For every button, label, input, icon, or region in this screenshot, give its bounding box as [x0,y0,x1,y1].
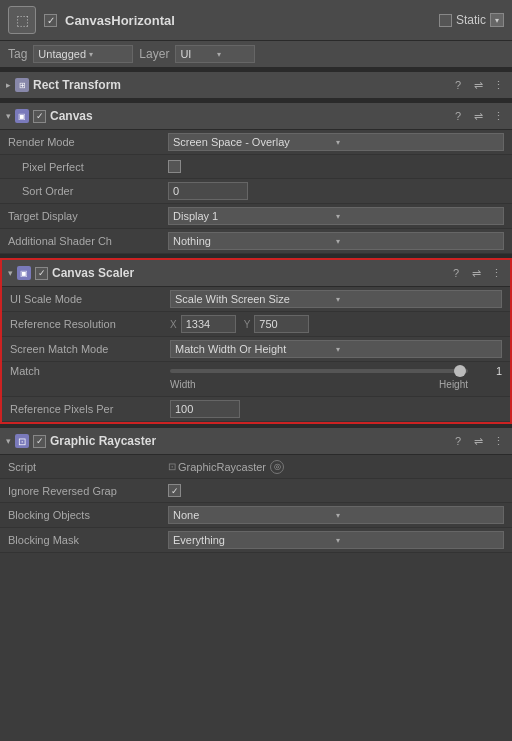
additional-shader-arrow: ▾ [336,237,499,246]
slider-thumb[interactable] [454,365,466,377]
tag-value: Untagged [38,48,86,60]
rect-transform-header: ▸ ⊞ Rect Transform ? ⇌ ⋮ [0,72,512,99]
render-mode-arrow: ▾ [336,138,499,147]
sort-order-label: Sort Order [8,185,168,197]
ref-pixels-row: Reference Pixels Per 100 [2,397,510,422]
ref-x-input[interactable]: 1334 [181,315,236,333]
reference-resolution-row: Reference Resolution X 1334 Y 750 [2,312,510,337]
graphic-raycaster-header: ▾ ⊡ ✓ Graphic Raycaster ? ⇌ ⋮ [0,428,512,455]
ref-pixels-input[interactable]: 100 [170,400,240,418]
ui-scale-mode-dropdown[interactable]: Scale With Screen Size ▾ [170,290,502,308]
rect-transform-title: Rect Transform [33,78,446,92]
ref-y-input[interactable]: 750 [254,315,309,333]
canvas-menu[interactable]: ⋮ [490,108,506,124]
tag-label: Tag [8,47,27,61]
tag-arrow: ▾ [89,50,128,59]
ignore-reversed-checkbox[interactable]: ✓ [168,484,181,497]
graphic-raycaster-toggle[interactable]: ▾ [6,436,11,446]
blocking-objects-text: None [173,509,336,521]
rect-transform-settings[interactable]: ⇌ [470,77,486,93]
ref-pixels-text: 100 [175,403,193,415]
reference-resolution-value: X 1334 Y 750 [170,315,502,333]
graphic-raycaster-enabled[interactable]: ✓ [33,435,46,448]
ignore-reversed-row: Ignore Reversed Grap ✓ [0,479,512,503]
graphic-raycaster-settings[interactable]: ⇌ [470,433,486,449]
ui-scale-mode-row: UI Scale Mode Scale With Screen Size ▾ [2,287,510,312]
canvas-scaler-title: Canvas Scaler [52,266,444,280]
rect-transform-menu[interactable]: ⋮ [490,77,506,93]
slider-track [170,369,468,373]
script-icon: ⊡ [168,461,176,472]
static-toggle[interactable]: Static ▾ [439,13,504,27]
pixel-perfect-value [168,160,504,173]
canvas-toggle[interactable]: ▾ [6,111,11,121]
pixel-perfect-row: Pixel Perfect [0,155,512,179]
graphic-raycaster-menu[interactable]: ⋮ [490,433,506,449]
render-mode-dropdown[interactable]: Screen Space - Overlay ▾ [168,133,504,151]
ui-scale-mode-label: UI Scale Mode [10,293,170,305]
blocking-mask-text: Everything [173,534,336,546]
additional-shader-label: Additional Shader Ch [8,235,168,247]
additional-shader-row: Additional Shader Ch Nothing ▾ [0,229,512,254]
blocking-objects-dropdown[interactable]: None ▾ [168,506,504,524]
object-name: CanvasHorizontal [65,13,431,28]
canvas-scaler-help[interactable]: ? [448,265,464,281]
canvas-help[interactable]: ? [450,108,466,124]
target-display-text: Display 1 [173,210,336,222]
script-row: Script ⊡ GraphicRaycaster ◎ [0,455,512,479]
pixel-perfect-checkbox[interactable] [168,160,181,173]
layer-label: Layer [139,47,169,61]
canvas-enabled[interactable]: ✓ [33,110,46,123]
screen-match-mode-arrow: ▾ [336,345,497,354]
rect-transform-toggle[interactable]: ▸ [6,80,11,90]
additional-shader-text: Nothing [173,235,336,247]
screen-match-mode-row: Screen Match Mode Match Width Or Height … [2,337,510,362]
reference-resolution-label: Reference Resolution [10,318,170,330]
screen-match-mode-value: Match Width Or Height ▾ [170,340,502,358]
ui-scale-mode-text: Scale With Screen Size [175,293,336,305]
width-label: Width [170,379,196,390]
blocking-mask-label: Blocking Mask [8,534,168,546]
match-slider-container: 1 [170,365,502,377]
layer-dropdown[interactable]: UI ▾ [175,45,255,63]
target-display-dropdown[interactable]: Display 1 ▾ [168,207,504,225]
blocking-objects-row: Blocking Objects None ▾ [0,503,512,528]
script-picker[interactable]: ◎ [270,460,284,474]
script-value-container: ⊡ GraphicRaycaster ◎ [168,460,504,474]
static-box [439,14,452,27]
canvas-scaler-toggle[interactable]: ▾ [8,268,13,278]
blocking-objects-value: None ▾ [168,506,504,524]
render-mode-row: Render Mode Screen Space - Overlay ▾ [0,130,512,155]
canvas-scaler-actions: ? ⇌ ⋮ [448,265,504,281]
match-label: Match [10,365,170,377]
blocking-mask-dropdown[interactable]: Everything ▾ [168,531,504,549]
blocking-mask-arrow: ▾ [336,536,499,545]
y-axis-label: Y [244,319,251,330]
pixel-perfect-label: Pixel Perfect [8,161,168,173]
canvas-scaler-settings[interactable]: ⇌ [468,265,484,281]
ui-scale-mode-arrow: ▾ [336,295,497,304]
screen-match-mode-dropdown[interactable]: Match Width Or Height ▾ [170,340,502,358]
layer-value: UI [180,48,214,60]
screen-match-mode-text: Match Width Or Height [175,343,336,355]
target-display-value: Display 1 ▾ [168,207,504,225]
tag-layer-row: Tag Untagged ▾ Layer UI ▾ [0,41,512,68]
static-dropdown-arrow[interactable]: ▾ [490,13,504,27]
match-slider[interactable] [170,365,468,377]
render-mode-text: Screen Space - Overlay [173,136,336,148]
canvas-header: ▾ ▣ ✓ Canvas ? ⇌ ⋮ [0,103,512,130]
ref-pixels-label: Reference Pixels Per [10,403,170,415]
additional-shader-dropdown[interactable]: Nothing ▾ [168,232,504,250]
canvas-settings[interactable]: ⇌ [470,108,486,124]
canvas-scaler-menu[interactable]: ⋮ [488,265,504,281]
match-value: 1 [472,365,502,377]
sort-order-value: 0 [168,182,504,200]
canvas-scaler-enabled[interactable]: ✓ [35,267,48,280]
rect-transform-help[interactable]: ? [450,77,466,93]
render-mode-value: Screen Space - Overlay ▾ [168,133,504,151]
tag-dropdown[interactable]: Untagged ▾ [33,45,133,63]
active-checkbox[interactable]: ✓ [44,14,57,27]
sort-order-input[interactable]: 0 [168,182,248,200]
graphic-raycaster-help[interactable]: ? [450,433,466,449]
canvas-icon: ▣ [15,109,29,123]
